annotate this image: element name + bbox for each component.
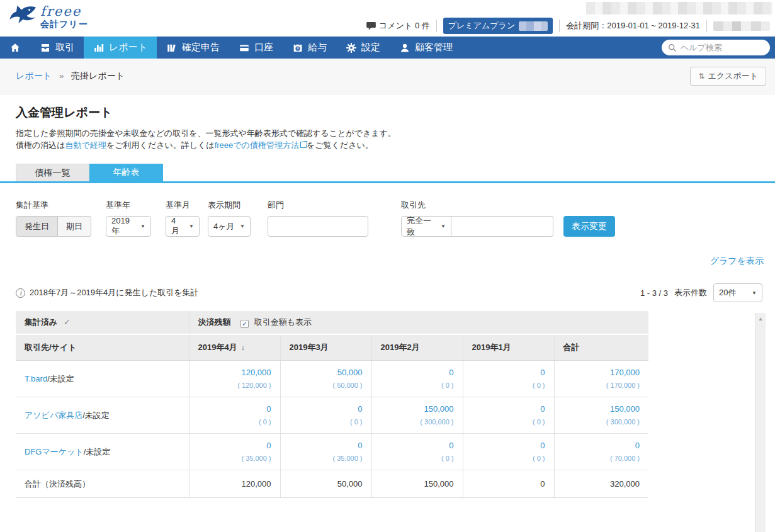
plan-badge-label: プレミアムプラン	[448, 20, 515, 31]
help-search-input[interactable]	[681, 43, 756, 52]
redacted-browser-area	[586, 2, 772, 14]
site-suffix: /未設定	[47, 374, 74, 383]
cell-subvalue: ( 50,000 )	[290, 380, 363, 390]
toggle-due-date[interactable]: 期日	[58, 216, 91, 237]
base-month-value: 4月	[171, 216, 184, 237]
comments-button[interactable]: コメント 0 件	[366, 20, 430, 31]
cell-subvalue: ( 0 )	[472, 453, 545, 463]
export-button-label: エクスポート	[708, 71, 758, 82]
report-tabs: 債権一覧 年齢表	[0, 164, 775, 181]
cell-value: 0	[198, 440, 271, 451]
column-header-feb[interactable]: 2019年2月	[371, 334, 463, 361]
cell-subvalue: ( 300,000 )	[381, 417, 454, 427]
cell-value: 150,000	[381, 404, 454, 415]
cell-value: 120,000	[198, 367, 271, 378]
export-arrows-icon: ⇅	[698, 72, 704, 81]
partner-match-select[interactable]: 完全一致 ▼	[401, 216, 451, 237]
department-input[interactable]	[268, 216, 368, 237]
accounting-period-label: 会計期間：2019-01-01 ~ 2019-12-31	[566, 20, 700, 31]
table-footer-row: 合計（決済残高） 120,000 50,000 150,000 0 320,00…	[16, 470, 648, 498]
partner-input[interactable]	[451, 216, 553, 237]
base-year-select[interactable]: 2019年 ▼	[106, 216, 151, 237]
display-period-label: 表示期間	[208, 200, 251, 211]
footer-label: 合計（決済残高）	[16, 470, 189, 498]
display-period-select[interactable]: 4ヶ月 ▼	[208, 216, 251, 237]
footer-value: 320,000	[554, 470, 648, 498]
nav-item-customers[interactable]: 顧客管理	[390, 37, 462, 59]
nav-item-tax-return[interactable]: 確定申告	[157, 37, 229, 59]
apply-button[interactable]: 表示変更	[563, 216, 615, 237]
cell-value: 0	[198, 404, 271, 415]
nav-item-accounts[interactable]: 口座	[229, 37, 283, 59]
logo-wordmark: freee	[40, 5, 88, 18]
nav-label: 給与	[308, 42, 327, 54]
breadcrumb-parent-link[interactable]: レポート	[16, 71, 52, 81]
plan-badge[interactable]: プレミアムプラン	[443, 18, 553, 34]
header-meta: コメント 0 件 プレミアムプラン 会計期間：2019-01-01 ~ 2019…	[366, 18, 770, 34]
partner-link[interactable]: T.bard	[25, 374, 47, 383]
freee-logo[interactable]: freee 会計フリー	[9, 4, 88, 30]
partner-link[interactable]: アソビバ家具店	[25, 410, 82, 420]
cell-subvalue: ( 35,000 )	[198, 453, 271, 463]
vertical-scrollbar[interactable]: ▲	[755, 313, 766, 532]
comment-bubble-icon	[366, 21, 376, 30]
auto-accounting-link[interactable]: 自動で経理	[65, 140, 106, 150]
cell-subvalue: ( 0 )	[381, 453, 454, 463]
toggle-occurrence-date[interactable]: 発生日	[16, 216, 58, 237]
scroll-up-arrow-icon[interactable]: ▲	[755, 313, 766, 322]
base-month-select[interactable]: 4月 ▼	[166, 216, 200, 237]
nav-label: 確定申告	[182, 42, 220, 54]
aging-table: 集計済み ✓ 決済残額 ✓ 取引金額も表示 取引先/サイト 2019年4月↓ 2…	[16, 311, 648, 498]
home-icon	[9, 42, 21, 54]
receivable-help-link[interactable]: freeeでの債権管理方法	[215, 140, 299, 150]
chevron-down-icon: ▼	[752, 290, 757, 296]
active-tab-rule	[0, 181, 775, 183]
base-year-label: 基準年	[106, 200, 151, 211]
nav-label: レポート	[109, 42, 147, 54]
cell-subvalue: ( 0 )	[472, 380, 545, 390]
cell-subvalue: ( 35,000 )	[290, 453, 363, 463]
inbox-icon	[40, 42, 51, 54]
person-icon	[399, 42, 410, 54]
breadcrumb-separator: »	[59, 71, 64, 81]
top-header: freee 会計フリー コメント 0 件 プレミアムプラン 会計期間：2019-…	[0, 0, 775, 37]
column-header-partner: 取引先/サイト	[16, 334, 189, 361]
tab-aging-table[interactable]: 年齢表	[89, 164, 163, 181]
tab-receivables-list[interactable]: 債権一覧	[16, 164, 89, 181]
bar-chart-icon	[93, 42, 105, 54]
aggregation-info-text: 2018年7月～2019年4月に発生した取引を集計	[30, 287, 199, 298]
breadcrumb-bar: レポート » 売掛レポート ⇅ エクスポート	[0, 59, 775, 94]
column-header-mar[interactable]: 2019年3月	[280, 334, 371, 361]
nav-item-transactions[interactable]: 取引	[30, 37, 84, 59]
settled-header[interactable]: 集計済み ✓	[16, 311, 189, 334]
nav-item-settings[interactable]: 設定	[336, 37, 390, 59]
show-amount-checkbox[interactable]: ✓	[240, 320, 249, 328]
per-page-select[interactable]: 20件 ▼	[713, 283, 762, 302]
column-header-total[interactable]: 合計	[554, 334, 648, 361]
cell-subvalue: ( 300,000 )	[563, 417, 640, 427]
chevron-down-icon: ▼	[189, 224, 194, 229]
nav-item-payroll[interactable]: ¥ 給与	[283, 37, 336, 59]
table-row: DFGマーケット/未設定 0( 35,000 ) 0( 35,000 ) 0( …	[16, 434, 648, 470]
cell-subvalue: ( 120,000 )	[198, 380, 271, 390]
nav-item-reports[interactable]: レポート	[84, 37, 157, 59]
column-header-apr[interactable]: 2019年4月↓	[189, 334, 280, 361]
cell-subvalue: ( 0 )	[381, 380, 454, 390]
show-graph-link[interactable]: グラフを表示	[710, 256, 764, 267]
description-line-2: 債権の消込は自動で経理をご利用ください。詳しくはfreeeでの債権管理方法をご覧…	[16, 139, 775, 151]
check-icon: ✓	[64, 317, 71, 327]
partner-link[interactable]: DFGマーケット	[25, 447, 84, 456]
partner-label: 取引先	[401, 200, 553, 211]
cell-value: 0	[472, 404, 545, 415]
redacted-plan-detail	[519, 21, 548, 31]
show-amount-label: 取引金額も表示	[254, 317, 312, 327]
cell-value: 50,000	[290, 367, 363, 378]
nav-label: 設定	[361, 42, 380, 54]
base-month-label: 基準月	[166, 200, 200, 211]
cell-subvalue: ( 0 )	[290, 417, 363, 427]
nav-item-home[interactable]	[0, 37, 30, 59]
help-search-box	[662, 40, 770, 55]
cell-value: 150,000	[563, 404, 640, 415]
export-button[interactable]: ⇅ エクスポート	[690, 67, 766, 86]
column-header-jan[interactable]: 2019年1月	[463, 334, 554, 361]
